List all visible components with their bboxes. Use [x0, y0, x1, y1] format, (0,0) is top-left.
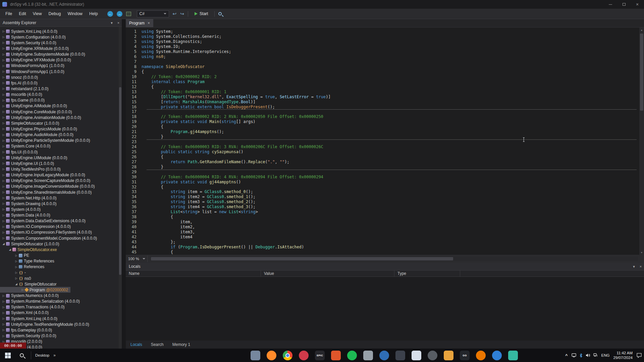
redo-icon[interactable]: ↪ [180, 11, 184, 16]
collapse-arrow-icon[interactable]: ◢ [8, 248, 12, 251]
tree-item-mscorlib-4-0-0-0[interactable]: ▷mscorlib (4.0.0.0) [0, 92, 45, 98]
editor-vertical-scrollbar[interactable]: ▲ ▼ [639, 27, 644, 255]
tree-item-system-data-datasetextensions-4-0-0-0[interactable]: ▷System.Data.DataSetExtensions (4.0.0.0) [0, 218, 88, 224]
expand-arrow-icon[interactable]: ▷ [1, 53, 6, 56]
tree-item-system-security-4-0-0-0[interactable]: ▷System.Security (4.0.0.0) [0, 40, 59, 46]
expand-arrow-icon[interactable]: ▷ [1, 306, 6, 309]
taskbar-clock[interactable]: 11:42 AM 29/07/2024 [613, 351, 633, 360]
menu-help[interactable]: Help [86, 10, 101, 18]
tree-item-item[interactable]: ▷{}- [0, 270, 28, 276]
discord-icon[interactable] [363, 351, 373, 360]
tree-item-unityengine-coremodule-0-0-0-0[interactable]: ▷UnityEngine.CoreModule (0.0.0.0) [0, 109, 74, 115]
expand-arrow-icon[interactable]: ▷ [1, 317, 6, 320]
tree-item-system-numerics-4-0-0-0[interactable]: ▷System.Numerics (4.0.0.0) [0, 293, 61, 298]
expand-arrow-icon[interactable]: ▷ [1, 196, 6, 199]
expand-arrow-icon[interactable]: ▷ [1, 237, 6, 240]
gear-app-icon[interactable] [428, 351, 437, 360]
scrollbar-thumb[interactable] [151, 257, 453, 260]
gg-app-icon[interactable]: GG [460, 351, 470, 360]
maximize-button[interactable] [617, 0, 631, 9]
expand-arrow-icon[interactable]: ▷ [1, 294, 6, 297]
start-button[interactable] [0, 349, 15, 362]
tree-item-system-io-compression-filesystem-4-0-0-0[interactable]: ▷System.IO.Compression.FileSystem (4.0.0… [0, 230, 94, 235]
epic-games-icon[interactable]: EPIC [315, 351, 325, 360]
expand-arrow-icon[interactable]: ▷ [1, 133, 6, 136]
tree-item-type-references[interactable]: ▷Type References [0, 258, 57, 264]
scroll-down-icon[interactable]: ▼ [639, 250, 644, 255]
expand-arrow-icon[interactable]: ▷ [14, 271, 18, 274]
chrome-icon[interactable] [283, 351, 292, 360]
chevron-down-icon[interactable]: ▾ [631, 264, 637, 269]
expand-arrow-icon[interactable]: ▷ [1, 300, 6, 303]
navigate-back-icon[interactable]: ← [107, 11, 113, 17]
scrollbar-thumb[interactable] [119, 87, 121, 275]
expand-arrow-icon[interactable]: ▷ [1, 47, 6, 50]
chevron-down-icon[interactable]: ▾ [108, 21, 115, 25]
zoom-level-dropdown[interactable]: 100 % [126, 255, 148, 262]
tree-item-system-transactions-4-0-0-0[interactable]: ▷System.Transactions (4.0.0.0) [0, 304, 67, 310]
menu-debug[interactable]: Debug [45, 10, 64, 18]
expand-arrow-icon[interactable]: ▷ [1, 323, 6, 326]
expand-arrow-icon[interactable]: ▷ [1, 156, 6, 159]
tool-tab-memory-1[interactable]: Memory 1 [172, 342, 190, 347]
language-indicator[interactable]: ENG [601, 353, 610, 357]
tree-item-pe[interactable]: ▷PE [0, 252, 32, 258]
expand-arrow-icon[interactable]: ▷ [1, 64, 6, 67]
expand-arrow-icon[interactable]: ▷ [1, 208, 6, 211]
tree-item-system-data-4-0-0-0[interactable]: ▷System.Data (4.0.0.0) [0, 213, 53, 218]
tree-item-unityengine-imageconversionmodule-0-0-0-0[interactable]: ▷UnityEngine.ImageConversionModule (0.0.… [0, 184, 97, 189]
tree-item-system-4-0-0-0[interactable]: ▷System (4.0.0.0) [0, 206, 43, 212]
tree-item-fps-gameplay-0-0-0-0[interactable]: ▷fps.Gameplay (0.0.0.0) [0, 327, 54, 333]
dark-app-icon[interactable] [395, 351, 405, 360]
column-header-type[interactable]: Type [394, 270, 460, 277]
expand-arrow-icon[interactable]: ▷ [1, 76, 6, 79]
column-header-value[interactable]: Value [261, 270, 394, 277]
tab-program[interactable]: Program × [126, 19, 153, 27]
notepad-icon[interactable] [412, 351, 421, 360]
expand-arrow-icon[interactable]: ▷ [1, 70, 6, 73]
tree-item-unityengine-uimodule-0-0-0-0[interactable]: ▷UnityEngine.UIModule (0.0.0.0) [0, 155, 69, 161]
tree-item-unityengine-xrmodule-0-0-0-0[interactable]: ▷UnityEngine.XRModule (0.0.0.0) [0, 46, 71, 51]
tree-item-system-componentmodel-composition-4-0-0-0[interactable]: ▷System.ComponentModel.Composition (4.0.… [0, 235, 99, 241]
desktop-toolbar-label[interactable]: Desktop [35, 353, 49, 357]
expand-arrow-icon[interactable]: ▷ [1, 179, 6, 182]
menu-view[interactable]: View [30, 10, 45, 18]
expand-arrow-icon[interactable]: ▷ [1, 139, 6, 142]
tree-item-windowsformsapp1-1-0-0-0[interactable]: ▷WindowsFormsApp1 (1.0.0.0) [0, 69, 67, 74]
collapse-arrow-icon[interactable]: ◢ [14, 283, 18, 286]
tree-item-references[interactable]: ▷References [0, 264, 47, 270]
expand-arrow-icon[interactable]: ▷ [1, 110, 6, 113]
tree-item-snooz-0-0-0-0[interactable]: ▷snooz (0.0.0.0) [0, 74, 40, 80]
close-panel-icon[interactable]: × [115, 21, 122, 25]
expand-arrow-icon[interactable]: ▷ [1, 150, 6, 154]
close-button[interactable]: × [631, 0, 644, 9]
tree-item-unity-textmeshpro-0-0-0-0[interactable]: ▷Unity.TextMeshPro (0.0.0.0) [0, 166, 63, 172]
tree-item-fps-game-0-0-0-0[interactable]: ▷fps.Game (0.0.0.0) [0, 98, 47, 103]
undo-icon[interactable]: ↩ [173, 11, 177, 16]
tree-item-netstandard-2-1-0-0[interactable]: ▷netstandard (2.1.0.0) [0, 86, 51, 92]
tree-item-unityengine-physicsmodule-0-0-0-0[interactable]: ▷UnityEngine.PhysicsModule (0.0.0.0) [0, 126, 79, 132]
tree-item-unityengine-sharedinternalsmodule-0-0-0-0[interactable]: ▷UnityEngine.SharedInternalsModule (0.0.… [0, 189, 94, 195]
opera-gx-icon[interactable] [299, 351, 309, 360]
editor-horizontal-scrollbar[interactable] [150, 256, 638, 261]
hidden-icons-chevron-icon[interactable]: ^ [565, 353, 568, 358]
expand-arrow-icon[interactable]: ▷ [1, 105, 6, 108]
minimize-button[interactable] [604, 0, 617, 9]
tree-item-unityengine-textrenderingmodule-0-0-0-0[interactable]: ▷UnityEngine.TextRenderingModule (0.0.0.… [0, 321, 92, 327]
expand-arrow-icon[interactable]: ▷ [1, 81, 6, 84]
firefox-icon[interactable] [267, 351, 276, 360]
explorer-scrollbar[interactable] [119, 27, 122, 349]
tree-item-system-io-compression-4-0-0-0[interactable]: ▷System.IO.Compression (4.0.0.0) [0, 224, 73, 230]
blender-app-icon[interactable] [476, 351, 486, 360]
bluetooth-icon[interactable] [579, 353, 583, 358]
tree-item-system-net-http-4-0-0-0[interactable]: ▷System.Net.Http (4.0.0.0) [0, 195, 59, 201]
tool-tab-search[interactable]: Search [151, 342, 164, 347]
expand-arrow-icon[interactable]: ▷ [1, 328, 6, 331]
expand-arrow-icon[interactable]: ▷ [1, 168, 6, 171]
expand-arrow-icon[interactable]: ▷ [1, 202, 6, 205]
close-panel-icon[interactable]: × [637, 264, 644, 268]
tree-item-system-runtime-serialization-4-0-0-0[interactable]: ▷System.Runtime.Serialization (4.0.0.0) [0, 299, 82, 304]
tree-item-fps-ui-0-0-0-0[interactable]: ▷fps.UI (0.0.0.0) [0, 149, 40, 155]
tree-item-system-xml-4-0-0-0[interactable]: ▷System.Xml (4.0.0.0) [0, 310, 51, 316]
tool-tab-locals[interactable]: Locals [130, 342, 142, 347]
